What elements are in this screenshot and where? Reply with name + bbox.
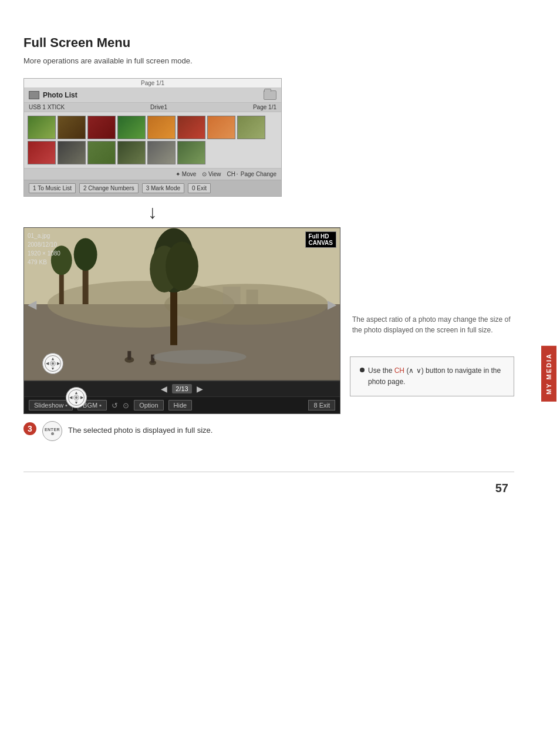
mockup-controls: ✦ Move ⊙ View CH⬝ Page Change xyxy=(24,168,281,180)
page-right-label: Page 1/1 xyxy=(253,104,276,110)
fullscreen-photo-area: 01_a.jpg 2008/12/10 1920 × 1080 479 KB F… xyxy=(24,228,340,381)
svg-rect-13 xyxy=(127,351,131,360)
thumbnail-3[interactable] xyxy=(87,116,116,139)
nav-arrows-text: (∧ ∨) xyxy=(406,366,423,375)
up-arrow-icon-2: ▲ xyxy=(75,391,79,395)
down-arrow-icon: ▼ xyxy=(51,366,55,371)
hide-button[interactable]: Hide xyxy=(168,400,193,410)
page-subtitle: More operations are available in full sc… xyxy=(23,56,514,65)
svg-point-11 xyxy=(166,241,198,291)
mockup-sub-header: USB 1 XTICK Drive1 Page 1/1 xyxy=(24,103,281,112)
step-3-buttons: ENTER xyxy=(42,421,62,441)
change-numbers-button[interactable]: 2 Change Numbers xyxy=(79,183,139,193)
thumbnail-14[interactable] xyxy=(177,141,205,164)
svg-rect-18 xyxy=(247,290,258,304)
folder-icon xyxy=(264,90,276,100)
arrow-down-container: ↓ xyxy=(23,197,282,227)
mockup-page-label: Page 1/1 xyxy=(24,79,281,88)
right-arrow-icon: ▶ xyxy=(57,361,60,366)
date: 2008/12/10 xyxy=(28,240,60,249)
info-column: Use the CH (∧ ∨) button to navigate in t… xyxy=(350,353,514,454)
thumbnail-2[interactable] xyxy=(58,116,86,139)
next-page-btn[interactable]: ▶ xyxy=(194,384,205,393)
left-arrow-icon: ◀ xyxy=(46,361,49,366)
thumbnail-1[interactable] xyxy=(28,116,56,139)
up-arrow-icon: ▲ xyxy=(51,356,55,361)
thumbnail-11[interactable] xyxy=(87,141,116,164)
bullet-mark xyxy=(360,368,365,372)
mockup-header: Photo List xyxy=(24,88,281,103)
bottom-divider xyxy=(23,472,514,472)
repeat-icon: ↺ xyxy=(112,401,118,410)
note-text: The aspect ratio of a photo may change t… xyxy=(352,314,514,335)
svg-point-7 xyxy=(74,238,97,271)
info-box: Use the CH (∧ ∨) button to navigate in t… xyxy=(350,356,514,396)
thumbnail-4[interactable] xyxy=(117,116,146,139)
mark-mode-button[interactable]: 3 Mark Mode xyxy=(142,183,184,193)
prev-page-btn[interactable]: ◀ xyxy=(158,384,170,393)
option-button[interactable]: Option xyxy=(134,400,163,410)
step-1-buttons: ▲ ▼ ◀ ▶ xyxy=(42,353,63,374)
ch-text: CH xyxy=(394,366,404,375)
view-label: ⊙ View xyxy=(202,171,221,177)
photo-list-icon xyxy=(29,91,39,99)
resolution: 1920 × 1080 xyxy=(28,249,60,258)
down-arrow-icon-2: ▼ xyxy=(75,401,79,405)
to-music-list-button[interactable]: 1 To Music List xyxy=(29,183,76,193)
exit-button-list[interactable]: 0 Exit xyxy=(188,183,211,193)
step-3: 3 ENTER The selected photo is displayed … xyxy=(23,421,332,441)
left-arrow-icon-2: ◀ xyxy=(69,395,72,400)
thumbnail-5[interactable] xyxy=(147,116,176,139)
move-label: ✦ Move xyxy=(176,171,196,177)
nav-arrow-right-icon[interactable]: ▶ xyxy=(328,297,336,311)
info-text: Use the CH (∧ ∨) button to navigate in t… xyxy=(368,365,504,388)
arrow-down-icon: ↓ xyxy=(148,203,157,221)
page-indicator: 2/13 xyxy=(172,384,191,393)
filename: 01_a.jpg xyxy=(28,231,60,240)
filesize: 479 KB xyxy=(28,258,60,267)
sidebar: MY MEDIA xyxy=(538,0,560,747)
nav-button-2[interactable]: ▲ ▼ ◀ ▶ xyxy=(66,387,87,408)
fullscreen-exit-button[interactable]: 8 Exit xyxy=(308,400,335,410)
fullscreen-mockup: 01_a.jpg 2008/12/10 1920 × 1080 479 KB F… xyxy=(23,227,340,414)
fullhd-badge: Full HDCANVAS xyxy=(305,231,336,248)
photo-info: 01_a.jpg 2008/12/10 1920 × 1080 479 KB xyxy=(28,231,60,267)
nav-button-1[interactable]: ▲ ▼ ◀ ▶ xyxy=(42,353,63,374)
thumbnail-8[interactable] xyxy=(237,116,265,139)
info-use-text: Use the xyxy=(368,366,392,375)
drive-label: Drive1 xyxy=(150,104,167,110)
page-number: 57 xyxy=(23,482,514,495)
nav-arrow-left-icon[interactable]: ◀ xyxy=(28,297,36,311)
usb-label: USB 1 XTICK xyxy=(29,104,65,110)
page-title: Full Screen Menu xyxy=(23,35,514,51)
thumbnail-9[interactable] xyxy=(28,141,56,164)
thumbnail-6[interactable] xyxy=(177,116,205,139)
main-content: Full Screen Menu More operations are ava… xyxy=(0,0,538,519)
photo-list-mockup: Page 1/1 Photo List USB 1 XTICK Drive1 P… xyxy=(23,78,282,197)
svg-point-16 xyxy=(153,350,246,364)
mockup-header-left: Photo List xyxy=(29,91,77,99)
svg-rect-17 xyxy=(223,287,241,304)
thumbnail-10[interactable] xyxy=(58,141,86,164)
thumbnail-13[interactable] xyxy=(147,141,176,164)
page-change-label: CH⬝ Page Change xyxy=(227,171,276,177)
step-number-3: 3 xyxy=(23,422,36,435)
info-bullet: Use the CH (∧ ∨) button to navigate in t… xyxy=(360,365,504,388)
sidebar-label: MY MEDIA xyxy=(545,353,552,395)
zoom-icon: ⊙ xyxy=(123,401,129,410)
right-arrow-icon-2: ▶ xyxy=(80,395,83,400)
thumbnail-7[interactable] xyxy=(207,116,235,139)
landscape-svg xyxy=(24,228,340,381)
step-3-text: The selected photo is displayed in full … xyxy=(68,421,212,435)
photo-list-label: Photo List xyxy=(43,91,77,99)
mockup-thumbnails xyxy=(24,112,281,168)
enter-button-3[interactable]: ENTER xyxy=(42,421,62,441)
thumbnail-12[interactable] xyxy=(117,141,146,164)
sidebar-tab: MY MEDIA xyxy=(541,346,556,402)
mockup-buttons: 1 To Music List 2 Change Numbers 3 Mark … xyxy=(24,180,281,196)
